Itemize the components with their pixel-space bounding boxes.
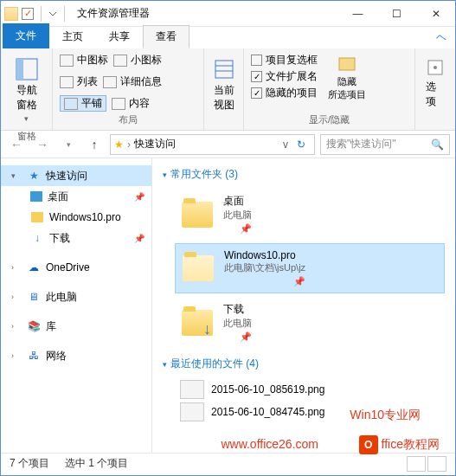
recent-locations-button[interactable]: ▾ bbox=[58, 134, 79, 155]
ribbon-help-icon[interactable]: ヘ bbox=[427, 27, 455, 48]
nav-desktop[interactable]: 桌面📌 bbox=[1, 186, 151, 207]
watermark-footer: www.office26.com O ffice教程网 bbox=[359, 435, 440, 454]
status-bar: 7 个项目 选中 1 个项目 bbox=[1, 453, 455, 473]
image-thumb-icon bbox=[180, 402, 204, 421]
qat-properties[interactable]: ✓ bbox=[22, 8, 34, 20]
recent-file-1[interactable]: 2015-06-10_085619.png bbox=[163, 378, 445, 401]
window-title: 文件资源管理器 bbox=[77, 6, 150, 21]
qat-dropdown-icon[interactable] bbox=[48, 10, 57, 18]
address-location: 快速访问 bbox=[134, 137, 176, 151]
tile-desktop[interactable]: 桌面 此电脑 📌 bbox=[175, 189, 445, 240]
quick-access-icon: ★ bbox=[114, 138, 124, 151]
watermark-text: Win10专业网 bbox=[350, 408, 421, 423]
navigation-pane: ▾★快速访问 桌面📌 Windows10.pro ↓下载📌 ›☁OneDrive… bbox=[1, 158, 152, 453]
office-logo-icon: O bbox=[359, 435, 378, 454]
hide-icon bbox=[337, 53, 357, 74]
options-button[interactable]: 选项 bbox=[422, 52, 448, 114]
pin-icon: 📌 bbox=[240, 223, 252, 235]
file-ext-toggle[interactable]: ✓文件扩展名 bbox=[251, 68, 318, 85]
item-checkboxes-toggle[interactable]: 项目复选框 bbox=[251, 52, 318, 68]
view-tiles[interactable]: 平铺 bbox=[60, 95, 106, 112]
tile-downloads[interactable]: ↓ 下载 此电脑 📌 bbox=[175, 297, 445, 348]
close-button[interactable]: ✕ bbox=[416, 1, 455, 27]
search-icon: 🔍 bbox=[431, 138, 444, 151]
hidden-items-toggle[interactable]: ✓隐藏的项目 bbox=[251, 85, 318, 101]
view-medium-icons[interactable]: 中图标 bbox=[60, 52, 108, 68]
minimize-button[interactable]: — bbox=[338, 1, 377, 27]
titlebar: ✓ 文件资源管理器 — ☐ ✕ bbox=[1, 1, 455, 27]
frequent-folders-header[interactable]: ▾常用文件夹 (3) bbox=[163, 167, 445, 182]
search-box[interactable]: 搜索"快速访问" 🔍 bbox=[320, 134, 450, 155]
app-icon bbox=[4, 7, 18, 21]
image-thumb-icon bbox=[180, 380, 204, 399]
pin-icon: 📌 bbox=[293, 276, 305, 287]
nav-quick-access[interactable]: ▾★快速访问 bbox=[1, 165, 151, 186]
ribbon: 导航窗格 ▾ 窗格 中图标 小图标 列表 详细信息 平铺 内容 布局 当前 视图… bbox=[1, 48, 455, 131]
svg-rect-5 bbox=[339, 58, 355, 70]
svg-rect-2 bbox=[215, 61, 233, 78]
pin-icon: 📌 bbox=[240, 331, 252, 343]
tab-view[interactable]: 查看 bbox=[143, 25, 189, 48]
view-small-icons[interactable]: 小图标 bbox=[113, 52, 162, 68]
options-icon bbox=[425, 57, 446, 78]
folder-icon bbox=[183, 255, 214, 281]
pin-icon: 📌 bbox=[134, 234, 145, 243]
tile-windows10pro[interactable]: Windows10.pro 此电脑\文档\jsUp\jz 📌 bbox=[175, 243, 445, 293]
view-list[interactable]: 列表 bbox=[60, 74, 98, 90]
address-bar: ← → ▾ ↑ ★ › 快速访问 v ↻ 搜索"快速访问" 🔍 bbox=[1, 131, 455, 158]
tab-file[interactable]: 文件 bbox=[3, 23, 49, 48]
status-selected: 选中 1 个项目 bbox=[65, 456, 128, 471]
current-view-button[interactable]: 当前 视图 bbox=[211, 52, 236, 118]
nav-downloads[interactable]: ↓下载📌 bbox=[1, 228, 151, 248]
hide-selected-button[interactable]: 隐藏 所选项目 bbox=[326, 52, 368, 101]
icons-view-button[interactable] bbox=[427, 456, 446, 472]
folder-icon bbox=[182, 202, 213, 228]
nav-network[interactable]: ›🖧网络 bbox=[1, 345, 151, 366]
forward-button[interactable]: → bbox=[32, 134, 53, 155]
back-button[interactable]: ← bbox=[6, 134, 27, 155]
nav-onedrive[interactable]: ›☁OneDrive bbox=[1, 257, 151, 278]
view-details[interactable]: 详细信息 bbox=[103, 74, 162, 90]
nav-pane-button[interactable]: 导航窗格 ▾ bbox=[8, 52, 45, 128]
download-arrow-icon: ↓ bbox=[203, 320, 211, 338]
tab-home[interactable]: 主页 bbox=[49, 25, 96, 48]
nav-this-pc[interactable]: ›🖥此电脑 bbox=[1, 286, 151, 307]
view-content[interactable]: 内容 bbox=[112, 95, 150, 112]
nav-pane-icon bbox=[15, 57, 39, 81]
details-view-button[interactable] bbox=[407, 456, 426, 472]
ribbon-tabs: 文件 主页 共享 查看 ヘ bbox=[1, 27, 455, 48]
nav-libraries[interactable]: ›📚库 bbox=[1, 316, 151, 337]
refresh-button[interactable]: ↻ bbox=[292, 138, 311, 151]
tab-share[interactable]: 共享 bbox=[96, 25, 143, 48]
maximize-button[interactable]: ☐ bbox=[377, 1, 416, 27]
nav-windows10pro[interactable]: Windows10.pro bbox=[1, 207, 151, 228]
status-count: 7 个项目 bbox=[10, 456, 49, 471]
svg-rect-1 bbox=[16, 59, 23, 80]
up-button[interactable]: ↑ bbox=[84, 134, 105, 155]
recent-files-header[interactable]: ▾最近使用的文件 (4) bbox=[163, 357, 445, 371]
search-placeholder: 搜索"快速访问" bbox=[326, 137, 396, 151]
current-view-icon bbox=[212, 57, 236, 81]
svg-point-7 bbox=[434, 66, 437, 69]
address-field[interactable]: ★ › 快速访问 v ↻ bbox=[110, 134, 315, 155]
pin-icon: 📌 bbox=[134, 192, 145, 202]
